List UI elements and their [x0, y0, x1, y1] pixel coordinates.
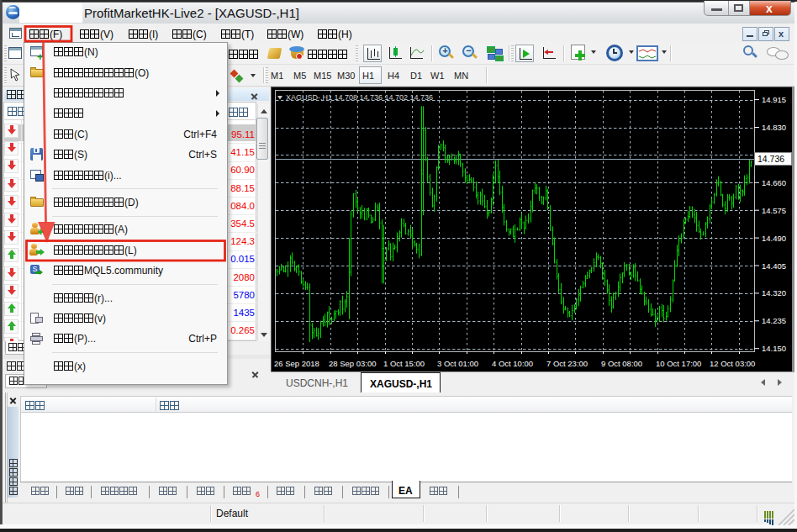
- svg-text:14.405: 14.405: [762, 261, 786, 271]
- svg-text:14.660: 14.660: [762, 178, 786, 187]
- svg-text:14.575: 14.575: [762, 206, 786, 215]
- svg-text:26 Sep 2018: 26 Sep 2018: [274, 359, 319, 368]
- svg-text:3 Oct 01:00: 3 Oct 01:00: [437, 359, 478, 368]
- svg-text:14.490: 14.490: [762, 234, 786, 243]
- svg-text:XAGUSD-,H1 14.708 14.736 14.7: XAGUSD-,H1 14.708 14.736 14.702 14.736: [286, 93, 433, 102]
- svg-text:9 Oct 08:00: 9 Oct 08:00: [601, 359, 642, 368]
- svg-text:14.150: 14.150: [762, 344, 786, 353]
- svg-text:4 Oct 10:00: 4 Oct 10:00: [492, 359, 533, 368]
- svg-text:14.736: 14.736: [757, 154, 784, 164]
- svg-text:14.320: 14.320: [762, 288, 786, 298]
- svg-text:14.830: 14.830: [762, 123, 786, 132]
- svg-text:10 Oct 17:00: 10 Oct 17:00: [656, 359, 701, 368]
- svg-text:1 Oct 15:00: 1 Oct 15:00: [383, 359, 425, 368]
- svg-text:14.235: 14.235: [762, 316, 786, 325]
- svg-text:14.915: 14.915: [762, 95, 786, 104]
- svg-text:7 Oct 23:00: 7 Oct 23:00: [546, 359, 588, 368]
- svg-text:28 Sep 03:00: 28 Sep 03:00: [329, 359, 377, 368]
- svg-text:12 Oct 03:00: 12 Oct 03:00: [710, 359, 755, 368]
